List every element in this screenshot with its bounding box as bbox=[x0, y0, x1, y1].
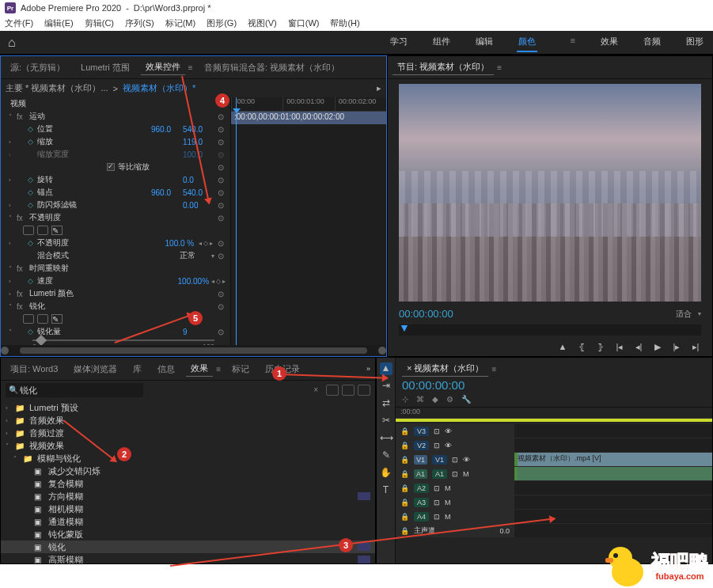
menu-help[interactable]: 帮助(H) bbox=[330, 17, 359, 29]
timeline-clip-audio[interactable] bbox=[514, 467, 712, 480]
fx-lumetri-color[interactable]: ›fxLumetri 颜色⊙ bbox=[1, 287, 230, 300]
fx-reduce-interlace[interactable]: ▣减少交错闪烁 bbox=[1, 465, 375, 477]
fx-camera-blur[interactable]: ▣相机模糊 bbox=[1, 503, 375, 515]
menu-file[interactable]: 文件(F) bbox=[5, 17, 33, 29]
menu-view[interactable]: 视图(V) bbox=[248, 17, 277, 29]
tab-project[interactable]: 项目: Word3 bbox=[6, 362, 63, 377]
mask-pen-icon[interactable]: ✎ bbox=[51, 314, 63, 324]
prop-flicker[interactable]: ›◇防闪烁滤镜0.00⊙ bbox=[1, 199, 230, 211]
menu-clip[interactable]: 剪辑(C) bbox=[85, 17, 114, 29]
source-patch[interactable]: V1 bbox=[414, 455, 427, 465]
timeline-clip-video[interactable]: 视频素材（水印）.mp4 [V] bbox=[514, 453, 712, 466]
lock-icon[interactable]: 🔒 bbox=[400, 456, 409, 464]
mute-icon[interactable]: ⊡ bbox=[434, 499, 440, 506]
prop-anchor[interactable]: ◇锚点960.0540.0⊙ bbox=[1, 186, 230, 199]
effects-search-input[interactable] bbox=[6, 383, 143, 397]
tab-effects[interactable]: 效果 bbox=[186, 361, 213, 377]
lock-icon[interactable]: 🔒 bbox=[400, 527, 409, 535]
tab-audio-mixer[interactable]: 音频剪辑混合器: 视频素材（水印） bbox=[199, 60, 344, 75]
prop-opacity-val[interactable]: ›◇不透明度100.0 %◂ ◇ ▸⊙ bbox=[1, 237, 230, 249]
tab-source[interactable]: 源:（无剪辑） bbox=[6, 60, 70, 75]
fx-sharpen[interactable]: ▣锐化 bbox=[1, 541, 375, 553]
ws-learn[interactable]: 学习 bbox=[389, 32, 409, 52]
snap-icon[interactable]: ⊹ bbox=[402, 395, 408, 404]
eye-icon[interactable]: 👁 bbox=[445, 442, 452, 450]
add-marker-icon[interactable]: ▲ bbox=[557, 342, 568, 353]
uniform-scale-checkbox[interactable] bbox=[107, 163, 115, 171]
prop-rotation[interactable]: ›◇旋转0.0⊙ bbox=[1, 173, 230, 186]
ws-color-menu-icon[interactable]: ≡ bbox=[569, 32, 577, 52]
yuv-fx-icon[interactable] bbox=[358, 385, 370, 396]
program-timecode[interactable]: 00:00:00:00 bbox=[399, 308, 453, 320]
clear-search-icon[interactable]: × bbox=[313, 385, 318, 394]
program-scrubber[interactable]: ▼ bbox=[399, 324, 701, 336]
menu-sequence[interactable]: 序列(S) bbox=[125, 17, 154, 29]
home-icon[interactable]: ⌂ bbox=[8, 36, 16, 50]
ec-clip-label[interactable]: 视频素材（水印）* bbox=[123, 82, 195, 94]
ws-assembly[interactable]: 组件 bbox=[431, 32, 452, 52]
fx-motion[interactable]: ˅fx运动⊙ bbox=[1, 110, 230, 123]
selection-tool-icon[interactable]: ▲ bbox=[380, 362, 393, 375]
go-out-icon[interactable]: ▸| bbox=[690, 342, 701, 353]
timeline-timecode[interactable]: 00:00:00:00 bbox=[402, 378, 706, 392]
folder-video-effects[interactable]: ˅📁视频效果 bbox=[1, 439, 375, 452]
lock-icon[interactable]: 🔒 bbox=[400, 427, 409, 435]
accelerated-fx-icon[interactable] bbox=[326, 385, 339, 396]
mute-icon[interactable]: ⊡ bbox=[434, 513, 440, 521]
prop-position[interactable]: ◇位置960.0540.0⊙ bbox=[1, 123, 230, 135]
tab-libraries[interactable]: 库 bbox=[128, 362, 146, 377]
slip-tool-icon[interactable]: ⟷ bbox=[380, 432, 393, 445]
ws-editing[interactable]: 编辑 bbox=[474, 32, 495, 52]
work-area-bar[interactable] bbox=[396, 419, 712, 422]
program-title[interactable]: 节目: 视频素材（水印） bbox=[393, 59, 494, 75]
fx-channel-blur[interactable]: ▣通道模糊 bbox=[1, 515, 375, 528]
tab-info[interactable]: 信息 bbox=[153, 362, 180, 377]
step-back-icon[interactable]: ◂| bbox=[633, 342, 644, 353]
sequence-name[interactable]: × 视频素材（水印） bbox=[402, 361, 488, 377]
source-patch[interactable]: A1 bbox=[414, 469, 427, 479]
ws-graphics[interactable]: 图形 bbox=[685, 32, 705, 52]
lock-icon[interactable]: 🔒 bbox=[400, 499, 409, 506]
ec-zoom-scrollbar[interactable] bbox=[1, 345, 386, 356]
mask-ellipse-icon[interactable] bbox=[23, 226, 34, 235]
panel-menu-icon[interactable]: ≡ bbox=[497, 63, 502, 72]
ws-effects[interactable]: 效果 bbox=[599, 32, 620, 52]
mute-icon[interactable]: ⊡ bbox=[452, 470, 458, 478]
linked-selection-icon[interactable]: ⌘ bbox=[416, 395, 424, 404]
panel-menu-icon[interactable]: ≡ bbox=[216, 365, 221, 374]
tab-effect-controls[interactable]: 效果控件 bbox=[141, 59, 185, 75]
tab-markers[interactable]: 标记 bbox=[227, 362, 254, 377]
menu-edit[interactable]: 编辑(E) bbox=[44, 17, 74, 29]
play-icon[interactable]: ▶ bbox=[652, 342, 663, 353]
fx-directional-blur[interactable]: ▣方向模糊 bbox=[1, 490, 375, 503]
tab-lumetri-scopes[interactable]: Lumetri 范围 bbox=[76, 60, 135, 75]
menu-marker[interactable]: 标记(M) bbox=[165, 17, 196, 29]
panel-overflow-icon[interactable]: » bbox=[366, 365, 370, 373]
mask-ellipse-icon[interactable] bbox=[23, 314, 34, 324]
prop-speed[interactable]: ›◇速度100.00%◂ ◇ ▸ bbox=[1, 275, 230, 287]
ec-mini-timeline[interactable]: :00:0000:00:01:0000:00:02:00 :00:00,00:0… bbox=[230, 97, 386, 356]
go-in-icon[interactable]: |◂ bbox=[614, 342, 625, 353]
folder-lumetri-presets[interactable]: ›📁Lumetri 预设 bbox=[1, 401, 375, 414]
hand-tool-icon[interactable]: ✋ bbox=[380, 467, 393, 480]
zoom-fit[interactable]: 适合 bbox=[676, 309, 692, 320]
mark-in-icon[interactable]: ⦃ bbox=[576, 342, 587, 353]
ws-audio[interactable]: 音频 bbox=[642, 32, 662, 52]
prop-scale[interactable]: ›◇缩放119.0⊙ bbox=[1, 135, 230, 148]
fx-compound-blur[interactable]: ▣复合模糊 bbox=[1, 477, 375, 490]
fx-opacity[interactable]: ˅fx不透明度⊙ bbox=[1, 211, 230, 224]
tab-media-browser[interactable]: 媒体浏览器 bbox=[69, 362, 122, 377]
playhead-icon[interactable] bbox=[236, 97, 237, 356]
marker-icon[interactable]: ◆ bbox=[432, 395, 438, 404]
menu-graphics[interactable]: 图形(G) bbox=[207, 17, 237, 29]
prop-sharpen-amount[interactable]: ˅◇锐化量9⊙ bbox=[1, 325, 230, 338]
menu-window[interactable]: 窗口(W) bbox=[288, 17, 320, 29]
razor-tool-icon[interactable]: ✂ bbox=[380, 415, 393, 427]
mask-pen-icon[interactable]: ✎ bbox=[51, 226, 63, 235]
step-fwd-icon[interactable]: |▸ bbox=[671, 342, 682, 353]
eye-icon[interactable]: 👁 bbox=[463, 456, 470, 464]
mute-icon[interactable]: ⊡ bbox=[434, 484, 440, 492]
reset-icon[interactable]: ⊙ bbox=[214, 112, 227, 121]
folder-audio-effects[interactable]: ›📁音频效果 bbox=[1, 414, 375, 427]
pen-tool-icon[interactable]: ✎ bbox=[380, 450, 393, 462]
